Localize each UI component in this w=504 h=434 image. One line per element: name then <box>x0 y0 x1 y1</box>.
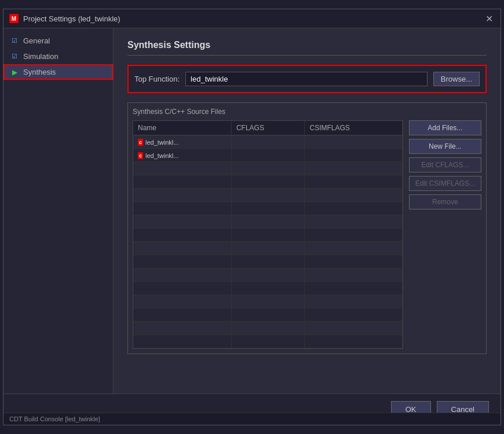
table-row[interactable]: c led_twinkl... <box>133 149 402 162</box>
table-row-empty <box>133 189 402 202</box>
top-function-row: Top Function: Browse... <box>127 65 487 93</box>
app-icon: M <box>9 14 19 23</box>
new-file-button[interactable]: New File... <box>409 139 481 154</box>
main-content: Synthesis Settings Top Function: Browse.… <box>114 28 501 393</box>
table-row-empty <box>133 308 402 322</box>
file-icon: c led_twinkl... <box>138 152 179 159</box>
sidebar-item-synthesis[interactable]: ▶ Synthesis <box>3 64 113 80</box>
table-row-empty <box>133 322 402 335</box>
table-row-empty <box>133 202 402 215</box>
col-csimflags: CSIMFLAGS <box>305 121 402 135</box>
col-name: Name <box>133 121 231 135</box>
table-row[interactable]: c led_twinkl... <box>133 135 402 149</box>
files-area: Name CFLAGS CSIMFLAGS c led_twinkl... <box>133 120 481 349</box>
cell-cflags <box>231 135 305 149</box>
file-table-container: Name CFLAGS CSIMFLAGS c led_twinkl... <box>133 120 403 349</box>
cell-csimflags <box>305 135 402 149</box>
table-row-empty <box>133 335 402 348</box>
top-function-input[interactable] <box>185 72 428 86</box>
checkbox-icon-sim: ☑ <box>10 53 19 61</box>
cell-name: c led_twinkl... <box>133 149 231 162</box>
edit-csimflags-button[interactable]: Edit CSIMFLAGS... <box>409 176 481 191</box>
project-settings-dialog: M Project Settings (led_twinkle) ✕ ☑ Gen… <box>3 9 501 425</box>
table-row-empty <box>133 162 402 175</box>
title-bar: M Project Settings (led_twinkle) ✕ <box>3 9 501 28</box>
sidebar-label-general: General <box>23 36 50 45</box>
file-table: Name CFLAGS CSIMFLAGS c led_twinkl... <box>133 121 403 348</box>
sidebar-item-general[interactable]: ☑ General <box>3 33 113 49</box>
col-cflags: CFLAGS <box>231 121 305 135</box>
sidebar: ☑ General ☑ Simulation ▶ Synthesis <box>3 28 114 393</box>
side-buttons: Add Files... New File... Edit CFLAGS... … <box>409 120 481 349</box>
browse-button[interactable]: Browse... <box>433 72 480 86</box>
checkbox-icon: ☑ <box>10 37 19 45</box>
sidebar-item-simulation[interactable]: ☑ Simulation <box>3 49 113 64</box>
section-title: Synthesis Settings <box>127 40 487 56</box>
table-row-empty <box>133 295 402 308</box>
table-row-empty <box>133 269 402 282</box>
table-row-empty <box>133 215 402 229</box>
dialog-title: Project Settings (led_twinkle) <box>23 14 120 23</box>
title-bar-left: M Project Settings (led_twinkle) <box>9 14 120 23</box>
cell-cflags <box>231 149 305 162</box>
table-row-empty <box>133 282 402 295</box>
table-row-empty <box>133 175 402 189</box>
table-row-empty <box>133 255 402 269</box>
sidebar-label-synthesis: Synthesis <box>23 68 56 76</box>
remove-button[interactable]: Remove <box>409 194 481 209</box>
cell-name: c led_twinkl... <box>133 135 231 149</box>
taskbar-hint: CDT Build Console [led_twinkle] <box>3 413 501 425</box>
source-files-legend: Synthesis C/C++ Source Files <box>133 108 481 116</box>
arrow-icon: ▶ <box>10 68 19 76</box>
dialog-body: ☑ General ☑ Simulation ▶ Synthesis Synth… <box>3 28 501 393</box>
file-icon: c led_twinkl... <box>138 139 179 146</box>
table-row-empty <box>133 242 402 255</box>
edit-cflags-button[interactable]: Edit CFLAGS... <box>409 157 481 172</box>
cell-csimflags <box>305 149 402 162</box>
table-row-empty <box>133 229 402 242</box>
add-files-button[interactable]: Add Files... <box>409 120 481 135</box>
close-button[interactable]: ✕ <box>483 13 495 24</box>
source-files-group: Synthesis C/C++ Source Files Name CFLAGS… <box>127 102 487 354</box>
top-function-label: Top Function: <box>134 75 180 83</box>
sidebar-label-simulation: Simulation <box>23 52 59 61</box>
